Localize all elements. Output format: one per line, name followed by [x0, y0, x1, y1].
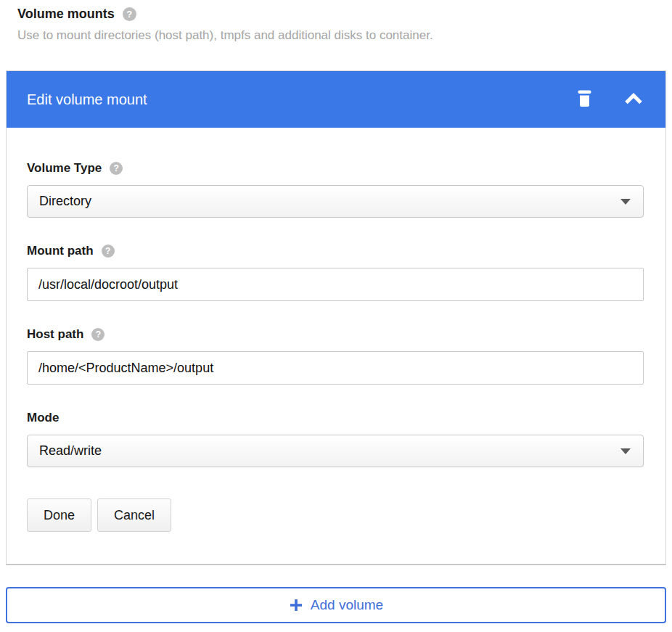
host-path-label: Host path	[27, 327, 83, 342]
section-header: Volume mounts ?	[0, 0, 672, 22]
volume-type-select[interactable]: Directory	[27, 185, 644, 218]
form-actions: Done Cancel	[27, 498, 644, 532]
host-path-input[interactable]	[27, 351, 644, 385]
cancel-button[interactable]: Cancel	[97, 498, 171, 532]
card-header: Edit volume mount	[7, 71, 665, 128]
card-title: Edit volume mount	[27, 91, 576, 108]
field-volume-type: Volume Type ? Directory	[27, 161, 644, 218]
collapse-card-button[interactable]	[623, 92, 644, 107]
trash-icon	[576, 89, 593, 110]
delete-volume-button[interactable]	[576, 89, 593, 110]
card-header-actions	[576, 89, 644, 110]
mode-label: Mode	[27, 411, 59, 425]
section-subtitle: Use to mount directories (host path), tm…	[17, 28, 672, 44]
field-mode: Mode Read/write	[27, 411, 644, 467]
done-button[interactable]: Done	[27, 498, 91, 532]
mode-value: Read/write	[39, 443, 102, 459]
volume-mounts-section: Volume mounts ? Use to mount directories…	[0, 0, 672, 623]
edit-volume-mount-card: Edit volume mount	[6, 70, 666, 565]
field-host-path: Host path ?	[27, 327, 644, 385]
add-volume-label: Add volume	[311, 597, 383, 613]
caret-down-icon	[620, 199, 631, 205]
add-volume-button[interactable]: Add volume	[6, 587, 666, 623]
caret-down-icon	[620, 448, 631, 454]
chevron-up-icon	[623, 92, 644, 107]
card-body: Volume Type ? Directory Mount path ? Hos…	[7, 128, 665, 564]
volume-type-value: Directory	[39, 194, 91, 209]
help-icon[interactable]: ?	[110, 162, 123, 175]
help-icon[interactable]: ?	[91, 328, 105, 341]
field-mount-path: Mount path ?	[27, 244, 644, 301]
volume-type-label: Volume Type	[27, 161, 102, 176]
help-icon[interactable]: ?	[102, 245, 115, 258]
help-icon[interactable]: ?	[123, 7, 136, 21]
mount-path-input[interactable]	[27, 268, 644, 301]
mount-path-label: Mount path	[27, 244, 94, 258]
mode-select[interactable]: Read/write	[27, 435, 644, 467]
plus-icon	[289, 598, 303, 612]
page-title: Volume mounts	[17, 6, 115, 22]
